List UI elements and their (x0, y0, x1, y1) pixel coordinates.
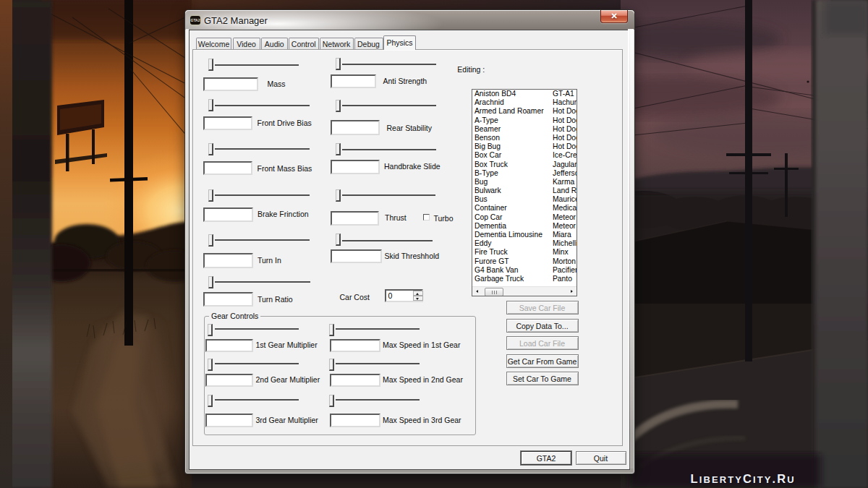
svg-text:LIBERTYCITY.RU: LIBERTYCITY.RU (691, 472, 796, 485)
